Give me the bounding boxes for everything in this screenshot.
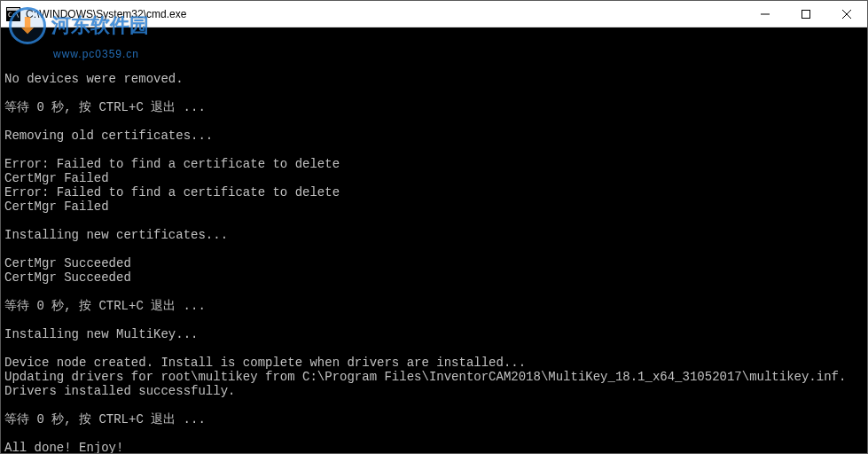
terminal-line: 等待 0 秒, 按 CTRL+C 退出 ...	[4, 412, 864, 427]
terminal-line	[4, 86, 864, 100]
terminal-line	[4, 313, 864, 327]
svg-rect-4	[802, 10, 810, 18]
close-button[interactable]	[826, 1, 867, 27]
terminal-line: CertMgr Failed	[4, 171, 864, 185]
terminal-line: Installing new certificates...	[4, 228, 864, 242]
terminal-line	[4, 58, 864, 72]
titlebar[interactable]: C:\ C:\WINDOWS\System32\cmd.exe	[1, 1, 867, 27]
svg-text:C:\: C:\	[8, 12, 20, 19]
terminal-line: Device node created. Install is complete…	[4, 356, 864, 370]
cmd-window: C:\ C:\WINDOWS\System32\cmd.exe No devic…	[0, 0, 868, 454]
terminal-line: 等待 0 秒, 按 CTRL+C 退出 ...	[4, 100, 864, 114]
window-title: C:\WINDOWS\System32\cmd.exe	[26, 8, 745, 20]
terminal-line: Error: Failed to find a certificate to d…	[4, 157, 864, 171]
terminal-line	[4, 341, 864, 356]
terminal-line: CertMgr Succeeded	[4, 256, 864, 270]
minimize-button[interactable]	[745, 1, 786, 27]
terminal-line	[4, 114, 864, 129]
terminal-line: Updating drivers for root\multikey from …	[4, 370, 864, 384]
terminal-line	[4, 427, 864, 441]
terminal-output[interactable]: No devices were removed.等待 0 秒, 按 CTRL+C…	[1, 27, 867, 453]
terminal-line	[4, 398, 864, 412]
terminal-line: Installing new MultiKey...	[4, 327, 864, 341]
terminal-line: Drivers installed successfully.	[4, 384, 864, 398]
terminal-line: No devices were removed.	[4, 72, 864, 86]
window-controls	[745, 1, 867, 27]
terminal-line	[4, 285, 864, 299]
terminal-line: Error: Failed to find a certificate to d…	[4, 185, 864, 200]
terminal-line: All done! Enjoy!	[4, 441, 864, 453]
terminal-line	[4, 143, 864, 157]
terminal-line	[4, 214, 864, 228]
cmd-icon: C:\	[6, 7, 20, 21]
svg-rect-1	[7, 8, 20, 11]
terminal-line: CertMgr Failed	[4, 200, 864, 214]
terminal-line: CertMgr Succeeded	[4, 270, 864, 285]
terminal-line: 等待 0 秒, 按 CTRL+C 退出 ...	[4, 299, 864, 313]
maximize-button[interactable]	[786, 1, 826, 27]
terminal-line: Removing old certificates...	[4, 129, 864, 143]
terminal-line	[4, 242, 864, 256]
